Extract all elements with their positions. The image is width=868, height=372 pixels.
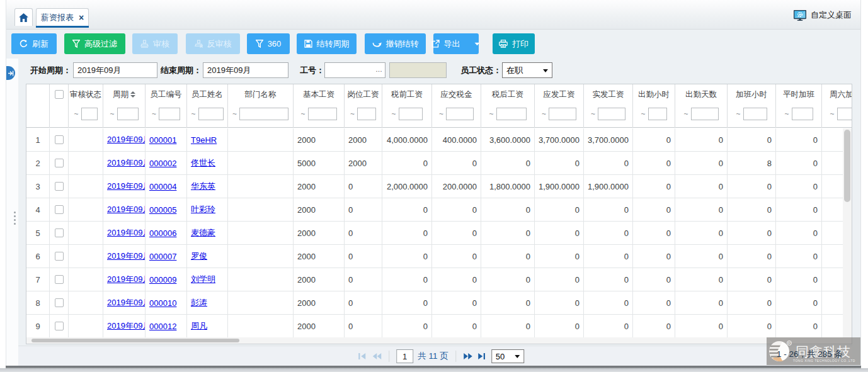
column-filter-input-weekday_overtime[interactable] (792, 108, 813, 120)
column-header-pretax_salary[interactable]: 税前工资~ (382, 84, 432, 128)
emp_name-link[interactable]: 麦德豪 (191, 227, 215, 239)
period-link[interactable]: 2019年09月 (107, 320, 146, 332)
emp_no-link[interactable]: 000009 (149, 275, 176, 285)
emp_no-link[interactable]: 000006 (149, 228, 176, 238)
row-checkbox[interactable] (55, 182, 64, 191)
emp_name-link[interactable]: 刘学明 (191, 274, 215, 285)
column-filter-input-overtime_hours[interactable] (743, 108, 767, 120)
row-checkbox[interactable] (55, 159, 64, 167)
column-header-tax_payable[interactable]: 应交税金~ (432, 84, 481, 128)
emp_no-link[interactable]: 000002 (149, 159, 176, 168)
column-filter-input-period[interactable] (117, 108, 139, 120)
emp-status-select[interactable]: 在职 (502, 62, 552, 78)
horizontal-scrollbar-thumb[interactable] (31, 339, 239, 342)
column-header-post_salary[interactable]: 岗位工资~ (345, 84, 382, 128)
column-header-attendance_hours[interactable]: 出勤小时~ (633, 84, 675, 128)
filter-360-button[interactable]: 360 (247, 33, 290, 54)
column-filter-input-attendance_hours[interactable] (648, 108, 667, 120)
row-checkbox[interactable] (55, 135, 64, 144)
column-header-actual_salary[interactable]: 实发工资~ (584, 84, 633, 128)
emp_name-link[interactable]: 叶彩玲 (191, 204, 215, 215)
column-header-emp_no[interactable]: 员工编号~ (146, 84, 187, 128)
next-page-button[interactable] (463, 352, 473, 360)
undo-carryover-button[interactable]: 撤销结转 (365, 33, 426, 54)
audit-button[interactable]: 审核 (132, 33, 178, 54)
column-header-audit_status[interactable]: 审核状态~ (69, 84, 103, 128)
emp_name-link[interactable]: 罗俊 (191, 251, 207, 262)
advanced-filter-button[interactable]: 高级过滤 (64, 33, 125, 54)
horizontal-scrollbar[interactable] (26, 337, 852, 344)
vertical-scrollbar-thumb[interactable] (844, 130, 850, 202)
period-link[interactable]: 2019年09月 (107, 274, 146, 285)
column-filter-input-actual_salary[interactable] (598, 108, 625, 120)
period-link[interactable]: 2019年09月 (107, 181, 146, 192)
column-filter-input-base_salary[interactable] (308, 108, 337, 120)
select-all-checkbox[interactable] (55, 90, 64, 99)
period-link[interactable]: 2019年09月 (107, 134, 146, 145)
column-header-payable_salary[interactable]: 应发工资~ (535, 84, 584, 128)
column-filter-input-dept[interactable] (239, 108, 288, 120)
column-filter-input-emp_name[interactable] (198, 108, 224, 120)
export-button[interactable]: 导出 (433, 33, 479, 54)
emp_no-link[interactable]: 000004 (149, 182, 176, 191)
period-link[interactable]: 2019年09月 (107, 251, 146, 262)
customize-desktop-button[interactable]: 自定义桌面 (794, 9, 852, 21)
column-header-saturday_overtime[interactable]: 周六加班~ (822, 84, 852, 128)
page-size-select[interactable]: 50 (491, 349, 524, 363)
refresh-button[interactable]: 刷新 (11, 33, 57, 54)
column-header-period[interactable]: 周期~ (103, 84, 146, 128)
row-checkbox[interactable] (55, 298, 64, 307)
column-filter-input-post_salary[interactable] (357, 108, 376, 120)
last-page-button[interactable] (477, 352, 487, 360)
print-button[interactable]: 打印 (493, 33, 535, 54)
emp_name-link[interactable]: 彭涛 (191, 297, 207, 308)
emp_no-link[interactable]: 000001 (149, 135, 176, 145)
emp_name-link[interactable]: 华东英 (191, 181, 215, 192)
column-filter-input-aftertax_salary[interactable] (496, 108, 527, 120)
emp_name-link[interactable]: T9eHR (191, 135, 217, 145)
emp_name-link[interactable]: 佟世长 (191, 157, 215, 169)
row-checkbox[interactable] (55, 322, 64, 330)
export-caret-button[interactable] (474, 42, 481, 46)
column-header-weekday_overtime[interactable]: 平时加班~ (776, 84, 822, 128)
first-page-button[interactable] (358, 352, 367, 360)
vertical-scrollbar[interactable] (843, 128, 852, 339)
emp_no-link[interactable]: 000012 (149, 322, 176, 331)
expand-sidebar-button[interactable] (6, 66, 15, 80)
row-checkbox[interactable] (55, 252, 64, 261)
emp_no-link[interactable]: 000010 (149, 298, 176, 308)
emp_name-link[interactable]: 周凡 (191, 320, 207, 332)
start-period-input[interactable] (73, 62, 157, 78)
column-header-aftertax_salary[interactable]: 税后工资~ (481, 84, 535, 128)
column-filter-input-payable_salary[interactable] (549, 108, 576, 120)
column-header-attendance_days[interactable]: 出勤天数~ (675, 84, 728, 128)
column-filter-input-saturday_overtime[interactable] (837, 108, 853, 120)
period-link[interactable]: 2019年09月 (107, 157, 146, 169)
home-tab[interactable] (14, 8, 33, 26)
column-header-overtime_hours[interactable]: 加班小时~ (728, 84, 776, 128)
column-header-base_salary[interactable]: 基本工资~ (294, 84, 345, 128)
row-checkbox[interactable] (55, 228, 64, 237)
emp-no-ellipsis-button[interactable]: … (375, 67, 383, 72)
period-link[interactable]: 2019年09月 (107, 227, 146, 239)
page-number-input[interactable] (396, 349, 413, 363)
emp_no-link[interactable]: 000007 (149, 252, 176, 261)
column-filter-input-audit_status[interactable] (81, 108, 98, 120)
row-checkbox[interactable] (55, 205, 64, 214)
reverse-audit-button[interactable]: 反审核 (186, 33, 240, 54)
row-checkbox[interactable] (55, 275, 64, 284)
column-filter-input-emp_no[interactable] (159, 108, 180, 120)
sort-icon[interactable] (130, 91, 135, 98)
column-header-dept[interactable]: 部门名称~ (228, 84, 294, 128)
column-filter-input-attendance_days[interactable] (691, 108, 719, 120)
period-link[interactable]: 2019年09月 (107, 204, 146, 215)
tab-close-icon[interactable]: × (79, 13, 84, 22)
column-header-emp_name[interactable]: 员工姓名~ (187, 84, 228, 128)
emp_no-link[interactable]: 000005 (149, 205, 176, 215)
column-filter-input-pretax_salary[interactable] (399, 108, 423, 120)
column-filter-input-tax_payable[interactable] (446, 108, 474, 120)
tab-salary-report[interactable]: 薪资报表 × (36, 8, 89, 26)
period-link[interactable]: 2019年09月 (107, 297, 146, 308)
carryover-period-button[interactable]: 结转周期 (297, 33, 357, 54)
end-period-input[interactable] (203, 62, 288, 78)
